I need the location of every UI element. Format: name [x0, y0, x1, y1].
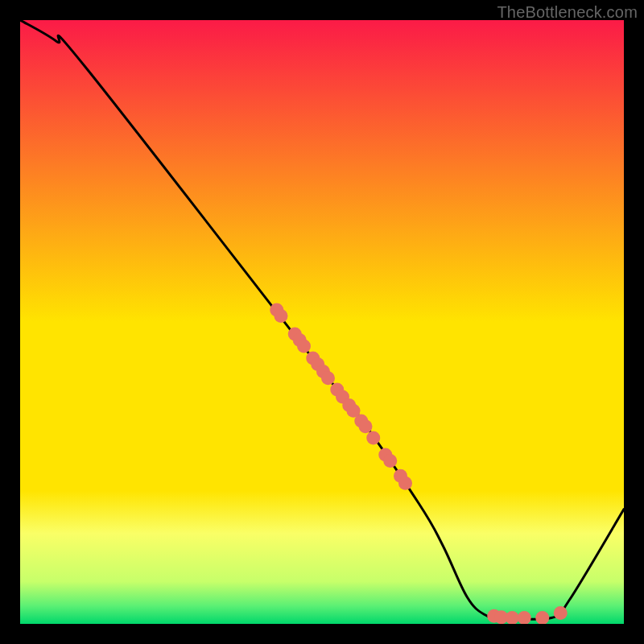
data-point: [297, 340, 311, 353]
data-point: [321, 371, 335, 385]
data-point: [366, 431, 380, 445]
attribution-label: TheBottleneck.com: [497, 3, 638, 22]
data-point: [554, 606, 568, 620]
chart-svg: [20, 20, 624, 624]
data-point: [398, 477, 412, 490]
gradient-background: [20, 20, 624, 624]
plot-area: [20, 20, 624, 624]
chart-stage: TheBottleneck.com: [0, 0, 644, 644]
data-point: [359, 419, 373, 433]
data-point: [275, 309, 288, 323]
data-point: [383, 454, 397, 468]
